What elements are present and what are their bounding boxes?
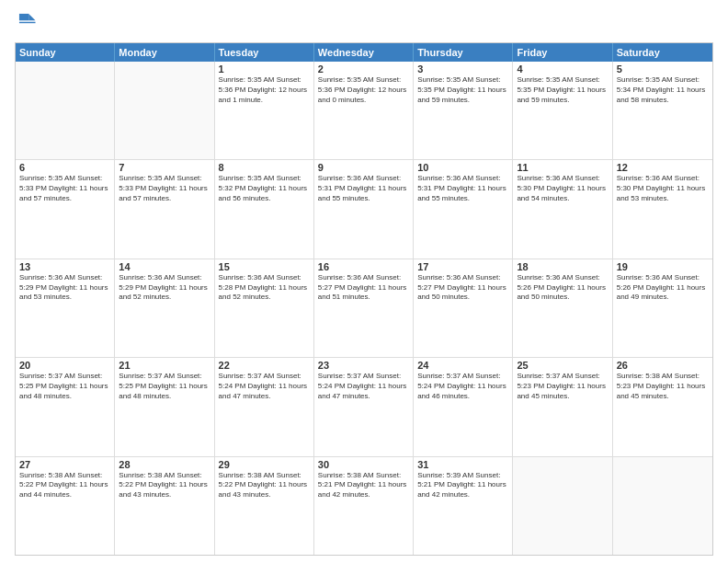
day-number: 12 [617, 162, 709, 173]
calendar-header: SundayMondayTuesdayWednesdayThursdayFrid… [16, 43, 712, 62]
calendar-cell-r3c0: 20Sunrise: 5:37 AM Sunset: 5:25 PM Dayli… [16, 358, 115, 455]
day-number: 2 [318, 63, 409, 75]
cell-info: Sunrise: 5:38 AM Sunset: 5:22 PM Dayligh… [119, 471, 210, 500]
calendar: SundayMondayTuesdayWednesdayThursdayFrid… [15, 42, 713, 556]
cell-info: Sunrise: 5:37 AM Sunset: 5:23 PM Dayligh… [517, 372, 608, 401]
calendar-cell-r2c3: 16Sunrise: 5:36 AM Sunset: 5:27 PM Dayli… [314, 259, 414, 357]
day-number: 26 [617, 360, 709, 371]
day-number: 16 [318, 261, 409, 272]
calendar-body: 1Sunrise: 5:35 AM Sunset: 5:36 PM Daylig… [16, 62, 712, 555]
calendar-cell-r4c3: 30Sunrise: 5:38 AM Sunset: 5:21 PM Dayli… [314, 457, 414, 555]
day-number: 24 [417, 360, 508, 371]
cell-info: Sunrise: 5:36 AM Sunset: 5:27 PM Dayligh… [318, 273, 409, 303]
cell-info: Sunrise: 5:39 AM Sunset: 5:21 PM Dayligh… [417, 471, 508, 500]
calendar-row-4: 27Sunrise: 5:38 AM Sunset: 5:22 PM Dayli… [16, 456, 712, 555]
calendar-cell-r4c6 [613, 457, 712, 555]
cell-info: Sunrise: 5:37 AM Sunset: 5:24 PM Dayligh… [318, 372, 409, 401]
calendar-cell-r4c5 [513, 457, 612, 555]
day-number: 8 [219, 162, 310, 173]
cell-info: Sunrise: 5:37 AM Sunset: 5:24 PM Dayligh… [417, 372, 508, 401]
day-number: 4 [517, 63, 608, 75]
calendar-cell-r4c4: 31Sunrise: 5:39 AM Sunset: 5:21 PM Dayli… [414, 457, 513, 555]
cell-info: Sunrise: 5:35 AM Sunset: 5:33 PM Dayligh… [19, 174, 110, 203]
day-number: 11 [517, 162, 608, 173]
weekday-header-friday: Friday [513, 43, 612, 62]
weekday-header-monday: Monday [115, 43, 214, 62]
cell-info: Sunrise: 5:38 AM Sunset: 5:22 PM Dayligh… [219, 471, 310, 500]
day-number: 9 [318, 162, 409, 173]
calendar-cell-r1c0: 6Sunrise: 5:35 AM Sunset: 5:33 PM Daylig… [16, 160, 115, 258]
header [15, 11, 713, 35]
day-number: 18 [517, 261, 608, 272]
cell-info: Sunrise: 5:36 AM Sunset: 5:31 PM Dayligh… [417, 174, 508, 203]
calendar-cell-r1c2: 8Sunrise: 5:35 AM Sunset: 5:32 PM Daylig… [215, 160, 314, 258]
calendar-cell-r3c2: 22Sunrise: 5:37 AM Sunset: 5:24 PM Dayli… [215, 358, 314, 455]
weekday-header-saturday: Saturday [613, 43, 712, 62]
cell-info: Sunrise: 5:36 AM Sunset: 5:29 PM Dayligh… [119, 273, 210, 303]
day-number: 3 [417, 63, 508, 75]
calendar-cell-r4c0: 27Sunrise: 5:38 AM Sunset: 5:22 PM Dayli… [16, 457, 115, 555]
cell-info: Sunrise: 5:38 AM Sunset: 5:23 PM Dayligh… [617, 372, 709, 401]
calendar-cell-r3c4: 24Sunrise: 5:37 AM Sunset: 5:24 PM Dayli… [414, 358, 513, 455]
calendar-cell-r0c6: 5Sunrise: 5:35 AM Sunset: 5:34 PM Daylig… [613, 62, 712, 159]
day-number: 5 [617, 63, 709, 75]
cell-info: Sunrise: 5:35 AM Sunset: 5:35 PM Dayligh… [517, 75, 608, 105]
day-number: 27 [19, 459, 110, 470]
calendar-cell-r4c2: 29Sunrise: 5:38 AM Sunset: 5:22 PM Dayli… [215, 457, 314, 555]
day-number: 13 [19, 261, 110, 272]
day-number: 29 [219, 459, 310, 470]
day-number: 17 [417, 261, 508, 272]
cell-info: Sunrise: 5:36 AM Sunset: 5:30 PM Dayligh… [517, 174, 608, 203]
calendar-row-2: 13Sunrise: 5:36 AM Sunset: 5:29 PM Dayli… [16, 259, 712, 357]
logo-icon [17, 11, 37, 31]
cell-info: Sunrise: 5:35 AM Sunset: 5:36 PM Dayligh… [219, 75, 310, 105]
cell-info: Sunrise: 5:36 AM Sunset: 5:30 PM Dayligh… [617, 174, 709, 203]
svg-marker-0 [28, 14, 35, 20]
cell-info: Sunrise: 5:35 AM Sunset: 5:35 PM Dayligh… [417, 75, 508, 105]
cell-info: Sunrise: 5:35 AM Sunset: 5:33 PM Dayligh… [119, 174, 210, 203]
day-number: 7 [119, 162, 210, 173]
cell-info: Sunrise: 5:36 AM Sunset: 5:26 PM Dayligh… [517, 273, 608, 303]
calendar-cell-r3c1: 21Sunrise: 5:37 AM Sunset: 5:25 PM Dayli… [115, 358, 214, 455]
calendar-cell-r0c0 [16, 62, 115, 159]
calendar-cell-r0c2: 1Sunrise: 5:35 AM Sunset: 5:36 PM Daylig… [215, 62, 314, 159]
day-number: 1 [219, 63, 310, 75]
weekday-header-tuesday: Tuesday [215, 43, 314, 62]
day-number: 30 [318, 459, 409, 470]
cell-info: Sunrise: 5:37 AM Sunset: 5:24 PM Dayligh… [219, 372, 310, 401]
day-number: 28 [119, 459, 210, 470]
svg-rect-2 [19, 22, 36, 23]
weekday-header-sunday: Sunday [16, 43, 115, 62]
cell-info: Sunrise: 5:38 AM Sunset: 5:22 PM Dayligh… [19, 471, 110, 500]
day-number: 15 [219, 261, 310, 272]
svg-rect-1 [19, 14, 28, 20]
calendar-cell-r3c6: 26Sunrise: 5:38 AM Sunset: 5:23 PM Dayli… [613, 358, 712, 455]
calendar-row-1: 6Sunrise: 5:35 AM Sunset: 5:33 PM Daylig… [16, 159, 712, 258]
cell-info: Sunrise: 5:35 AM Sunset: 5:32 PM Dayligh… [219, 174, 310, 203]
calendar-cell-r3c5: 25Sunrise: 5:37 AM Sunset: 5:23 PM Dayli… [513, 358, 612, 455]
day-number: 23 [318, 360, 409, 371]
day-number: 10 [417, 162, 508, 173]
weekday-header-wednesday: Wednesday [314, 43, 414, 62]
day-number: 31 [417, 459, 508, 470]
cell-info: Sunrise: 5:37 AM Sunset: 5:25 PM Dayligh… [119, 372, 210, 401]
logo [15, 11, 39, 35]
calendar-cell-r1c5: 11Sunrise: 5:36 AM Sunset: 5:30 PM Dayli… [513, 160, 612, 258]
cell-info: Sunrise: 5:38 AM Sunset: 5:21 PM Dayligh… [318, 471, 409, 500]
calendar-cell-r2c1: 14Sunrise: 5:36 AM Sunset: 5:29 PM Dayli… [115, 259, 214, 357]
day-number: 19 [617, 261, 709, 272]
day-number: 25 [517, 360, 608, 371]
cell-info: Sunrise: 5:36 AM Sunset: 5:26 PM Dayligh… [617, 273, 709, 303]
calendar-cell-r2c4: 17Sunrise: 5:36 AM Sunset: 5:27 PM Dayli… [414, 259, 513, 357]
calendar-cell-r2c5: 18Sunrise: 5:36 AM Sunset: 5:26 PM Dayli… [513, 259, 612, 357]
calendar-cell-r3c3: 23Sunrise: 5:37 AM Sunset: 5:24 PM Dayli… [314, 358, 414, 455]
day-number: 22 [219, 360, 310, 371]
calendar-row-0: 1Sunrise: 5:35 AM Sunset: 5:36 PM Daylig… [16, 62, 712, 159]
weekday-header-thursday: Thursday [414, 43, 513, 62]
calendar-cell-r1c6: 12Sunrise: 5:36 AM Sunset: 5:30 PM Dayli… [613, 160, 712, 258]
calendar-cell-r0c3: 2Sunrise: 5:35 AM Sunset: 5:36 PM Daylig… [314, 62, 414, 159]
cell-info: Sunrise: 5:36 AM Sunset: 5:29 PM Dayligh… [19, 273, 110, 303]
day-number: 14 [119, 261, 210, 272]
calendar-cell-r4c1: 28Sunrise: 5:38 AM Sunset: 5:22 PM Dayli… [115, 457, 214, 555]
cell-info: Sunrise: 5:36 AM Sunset: 5:31 PM Dayligh… [318, 174, 409, 203]
